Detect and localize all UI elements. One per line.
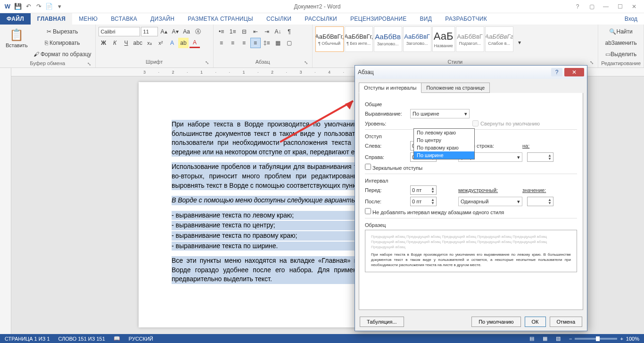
linespace-value-spinner[interactable]: ▲▼ [527,197,553,206]
view-read-icon[interactable]: ▤ [529,335,534,342]
style-subtle[interactable]: АаБбВвГгСлабое в... [485,26,513,52]
zoom-in-icon[interactable]: + [620,336,623,342]
tabs-button[interactable]: Табуляция... [360,317,404,327]
tab-layout[interactable]: РАЗМЕТКА СТРАНИЦЫ [181,13,260,25]
numbering-icon[interactable]: 1≡ [228,26,238,37]
signin-link[interactable]: Вход [618,13,644,25]
shrink-font-icon[interactable]: A▾ [170,26,181,37]
align-option-left[interactable]: По левому краю [414,129,474,136]
dialog-tab-position[interactable]: Положение на странице [421,83,490,93]
shading-icon[interactable]: ▦ [273,38,283,48]
font-size-combo[interactable]: 11 [141,27,158,36]
sort-icon[interactable]: A↓ [273,26,283,37]
tab-home[interactable]: ГЛАВНАЯ [31,13,72,25]
font-launcher-icon[interactable]: ⤡ [204,59,210,66]
undo-icon[interactable]: ↶ [25,3,32,10]
ribbon-options-icon[interactable]: ▢ [586,2,598,11]
style-heading1[interactable]: АаБбВвЗаголово... [374,26,402,52]
decrease-indent-icon[interactable]: ⇤ [250,26,261,37]
ok-button[interactable]: ОК [525,317,546,327]
multilevel-icon[interactable]: ⊟ [239,26,249,37]
copy-button[interactable]: ⎘ Копировать [33,38,92,48]
tab-menu[interactable]: Меню [72,13,104,25]
strike-button[interactable]: abc [132,38,143,48]
format-painter-button[interactable]: 🖌 Формат по образцу [33,49,92,59]
alignment-combo[interactable]: По ширине▾ [410,109,470,118]
superscript-button[interactable]: x² [156,38,166,48]
tab-review[interactable]: РЕЦЕНЗИРОВАНИЕ [344,13,413,25]
after-spinner[interactable]: 0 пт▲▼ [410,197,437,206]
justify-icon[interactable]: ≡ [250,38,261,48]
font-name-combo[interactable]: Calibri [99,27,140,36]
save-icon[interactable]: 💾 [14,3,22,10]
style-subtitle[interactable]: АаБбВвГПодзагол... [456,26,484,52]
styles-launcher-icon[interactable]: ⤡ [588,59,595,66]
mirror-checkbox[interactable]: Зеркальные отступы [365,164,422,171]
align-option-right[interactable]: По правому краю [414,144,474,151]
nosame-checkbox[interactable]: Не добавлять интервал между абзацами одн… [365,208,504,215]
zoom-out-icon[interactable]: − [569,336,572,342]
paste-button[interactable]: 📋 Вставить [3,26,31,59]
tab-mailings[interactable]: РАССЫЛКИ [298,13,344,25]
tab-developer[interactable]: РАЗРАБОТЧИК [438,13,494,25]
styles-more-icon[interactable]: ▾ [514,37,525,48]
grow-font-icon[interactable]: A▴ [159,26,169,37]
maximize-icon[interactable]: ☐ [614,2,626,11]
align-option-center[interactable]: По центру [414,136,474,144]
italic-button[interactable]: К [110,38,120,48]
status-page[interactable]: СТРАНИЦА 1 ИЗ 1 [5,336,50,342]
view-web-icon[interactable]: ▧ [556,335,561,342]
align-left-icon[interactable]: ≡ [216,38,227,48]
text-effects-icon[interactable]: A [167,38,177,48]
change-case-icon[interactable]: Aa [182,26,192,37]
view-print-icon[interactable]: ▦ [543,335,547,342]
status-proof-icon[interactable]: 📖 [114,335,120,342]
bold-button[interactable]: Ж [99,38,109,48]
borders-icon[interactable]: ▢ [284,38,295,48]
align-right-icon[interactable]: ≡ [239,38,249,48]
alignment-dropdown[interactable]: По левому краю По центру По правому краю… [413,128,475,159]
subscript-button[interactable]: x₂ [144,38,155,48]
close-icon[interactable]: ✕ [628,2,640,11]
underline-button[interactable]: Ч [121,38,132,48]
dialog-titlebar[interactable]: Абзац ? ✕ [355,66,587,79]
status-language[interactable]: РУССКИЙ [129,336,153,342]
styles-gallery[interactable]: АаБбВвГг,¶ Обычный АаБбВвГг,¶ Без инте..… [315,26,525,58]
dialog-close-icon[interactable]: ✕ [564,68,584,76]
bullets-icon[interactable]: •≡ [216,26,227,37]
tab-file[interactable]: ФАЙЛ [0,13,31,25]
redo-icon[interactable]: ↷ [35,3,42,10]
align-center-icon[interactable]: ≡ [228,38,238,48]
cancel-button[interactable]: Отмена [550,317,582,327]
before-spinner[interactable]: 0 пт▲▼ [410,185,437,195]
minimize-icon[interactable]: — [600,2,612,11]
customize-qat-icon[interactable]: ▾ [56,3,63,10]
font-color-icon[interactable]: A [190,38,200,48]
dialog-tab-indents[interactable]: Отступы и интервалы [359,83,421,93]
zoom-level[interactable]: 100% [626,336,639,342]
align-option-justify[interactable]: По ширине [414,151,474,159]
paragraph-launcher-icon[interactable]: ⤡ [303,59,309,66]
style-normal[interactable]: АаБбВвГг,¶ Обычный [315,26,344,52]
clear-format-icon[interactable]: Ⓐ [193,26,203,37]
replace-button[interactable]: ab Заменить [601,38,641,48]
help-icon[interactable]: ? [571,2,584,11]
increase-indent-icon[interactable]: ⇥ [262,26,272,37]
show-marks-icon[interactable]: ¶ [284,26,295,37]
zoom-control[interactable]: − + 100% [569,336,639,342]
clipboard-launcher-icon[interactable]: ⤡ [86,60,92,67]
first-line-value-spinner[interactable]: ▲▼ [527,152,553,162]
status-words[interactable]: СЛОВО 151 ИЗ 151 [58,336,105,342]
highlight-icon[interactable]: ab [178,38,189,48]
tab-references[interactable]: ССЫЛКИ [260,13,298,25]
tab-design[interactable]: ДИЗАЙН [144,13,181,25]
find-button[interactable]: 🔍 Найти [601,26,641,37]
style-nospacing[interactable]: АаБбВвГг,¶ Без инте... [345,26,373,52]
dialog-help-icon[interactable]: ? [551,68,562,76]
tab-insert[interactable]: ВСТАВКА [104,13,144,25]
style-heading2[interactable]: АаБбВвГЗаголово... [403,26,431,52]
style-title[interactable]: АаБНазвание [432,26,455,52]
zoom-slider[interactable] [575,338,617,340]
default-button[interactable]: По умолчанию [471,317,520,327]
line-spacing-icon[interactable]: ‡≡ [262,38,272,48]
